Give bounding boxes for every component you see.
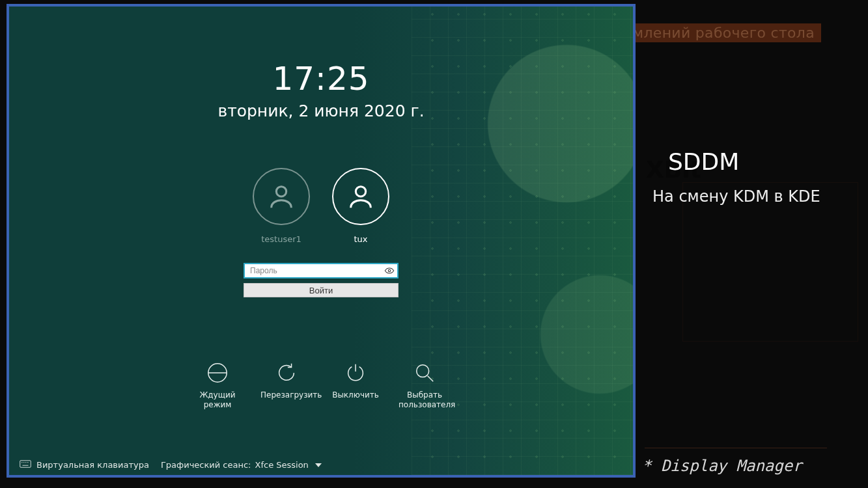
password-input[interactable] xyxy=(245,264,382,277)
keyboard-icon xyxy=(20,460,31,470)
svg-line-7 xyxy=(428,376,434,382)
svg-point-1 xyxy=(356,187,365,197)
sleep-button[interactable]: Ждущийрежим xyxy=(191,362,244,410)
background-rule xyxy=(645,448,827,448)
switch-user-button[interactable]: Выбратьпользователя xyxy=(399,362,451,410)
user-avatar-icon xyxy=(253,168,310,225)
shutdown-button[interactable]: Выключить xyxy=(329,362,382,410)
sleep-icon xyxy=(206,362,229,384)
reboot-button[interactable]: Перезагрузить xyxy=(260,362,313,410)
virtual-keyboard-label: Виртуальная клавиатура xyxy=(36,460,149,470)
reboot-icon xyxy=(275,362,298,384)
side-title: SDDM xyxy=(668,148,739,175)
user-testuser1[interactable]: testuser1 xyxy=(251,168,312,244)
password-field-wrapper xyxy=(244,263,399,278)
user-tux[interactable]: tux xyxy=(330,168,391,244)
virtual-keyboard-toggle[interactable]: Виртуальная клавиатура xyxy=(20,460,149,470)
svg-rect-8 xyxy=(20,461,31,468)
background-slide-title: млений рабочего стола xyxy=(626,23,821,42)
power-icon xyxy=(344,362,367,384)
login-form: Войти xyxy=(244,263,399,297)
user-list: testuser1 tux xyxy=(9,168,633,244)
action-label: Ждущийрежим xyxy=(191,390,244,410)
clock-date: вторник, 2 июня 2020 г. xyxy=(9,102,633,120)
session-label-prefix: Графический сеанс: xyxy=(161,460,251,470)
svg-point-2 xyxy=(388,269,390,271)
svg-point-0 xyxy=(276,187,286,197)
action-label: Выбратьпользователя xyxy=(399,390,451,410)
side-footnote: * Display Manager xyxy=(642,457,802,475)
search-icon xyxy=(413,362,436,384)
chevron-down-icon xyxy=(315,463,322,467)
user-avatar-icon xyxy=(332,168,389,225)
reveal-password-icon[interactable] xyxy=(382,263,397,278)
user-name-label: tux xyxy=(330,234,391,244)
svg-point-6 xyxy=(417,365,429,377)
side-subtitle: На смену KDM в KDE xyxy=(652,187,820,206)
clock-time: 17:25 xyxy=(9,60,633,98)
action-label: Перезагрузить xyxy=(260,390,313,400)
login-button[interactable]: Войти xyxy=(244,283,399,297)
bottom-bar: Виртуальная клавиатура Графический сеанс… xyxy=(20,460,623,470)
system-actions: Ждущийрежим Перезагрузить Выключить xyxy=(9,362,633,410)
clock-block: 17:25 вторник, 2 июня 2020 г. xyxy=(9,60,633,120)
background-frame xyxy=(682,182,858,342)
sddm-login-screen: 17:25 вторник, 2 июня 2020 г. testuser1 … xyxy=(7,4,636,478)
user-name-label: testuser1 xyxy=(251,234,312,244)
action-label: Выключить xyxy=(329,390,382,400)
session-selector[interactable]: Графический сеанс: Xfce Session xyxy=(161,460,322,470)
session-name: Xfce Session xyxy=(255,460,309,470)
